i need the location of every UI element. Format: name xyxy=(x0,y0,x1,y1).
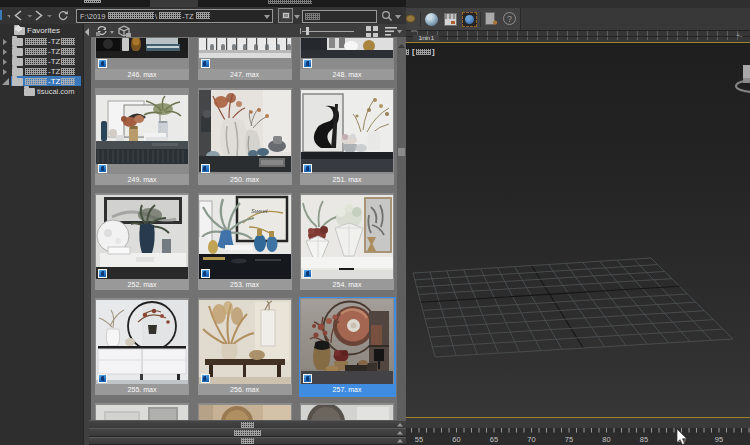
svg-text:65: 65 xyxy=(490,435,498,444)
svg-text:80: 80 xyxy=(602,435,610,444)
svg-text:75: 75 xyxy=(565,435,573,444)
svg-text:60: 60 xyxy=(452,435,460,444)
svg-text:Sweet: Sweet xyxy=(251,208,268,214)
svg-text:55: 55 xyxy=(415,435,423,444)
svg-text:95: 95 xyxy=(715,435,723,444)
svg-text:85: 85 xyxy=(640,435,648,444)
svg-text:70: 70 xyxy=(527,435,535,444)
